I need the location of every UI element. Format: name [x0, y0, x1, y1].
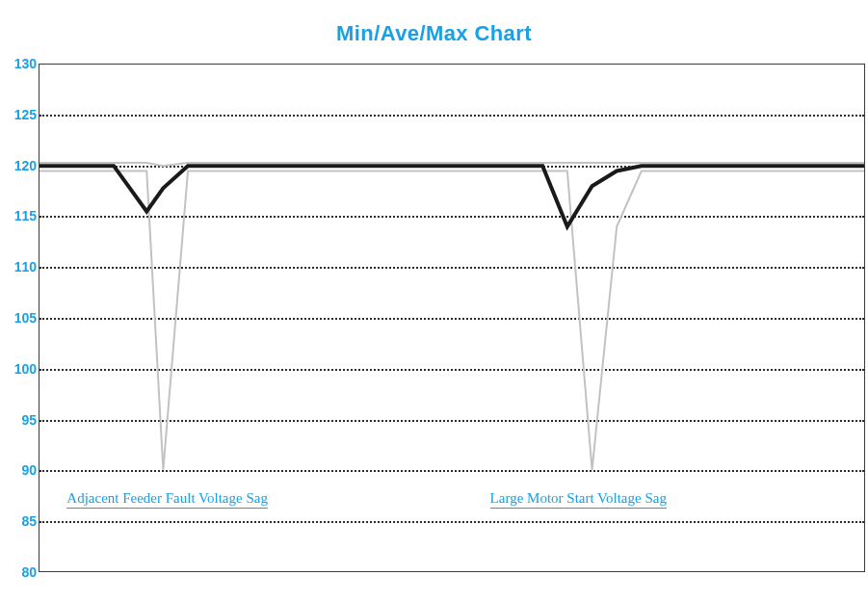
y-tick-label: 90: [10, 462, 37, 478]
y-tick-label: 110: [10, 259, 37, 275]
plot-box: Adjacent Feeder Fault Voltage SagLarge M…: [39, 64, 865, 572]
annotation-largemotor[interactable]: Large Motor Start Voltage Sag: [490, 490, 667, 509]
y-tick-label: 100: [10, 361, 37, 377]
y-tick-label: 80: [10, 564, 37, 580]
y-tick-label: 130: [10, 56, 37, 71]
y-tick-label: 95: [10, 412, 37, 428]
y-tick-label: 115: [10, 208, 37, 223]
y-tick-label: 120: [10, 158, 37, 173]
y-tick-label: 85: [10, 513, 37, 529]
chart-area: 80859095100105110115120125130 Adjacent F…: [10, 64, 865, 572]
y-tick-label: 105: [10, 310, 37, 326]
series-ave: [39, 166, 864, 226]
series-min: [39, 170, 864, 469]
chart-title: Min/Ave/Max Chart: [0, 0, 868, 46]
y-tick-label: 125: [10, 107, 37, 122]
annotation-adjacent[interactable]: Adjacent Feeder Fault Voltage Sag: [66, 490, 268, 509]
